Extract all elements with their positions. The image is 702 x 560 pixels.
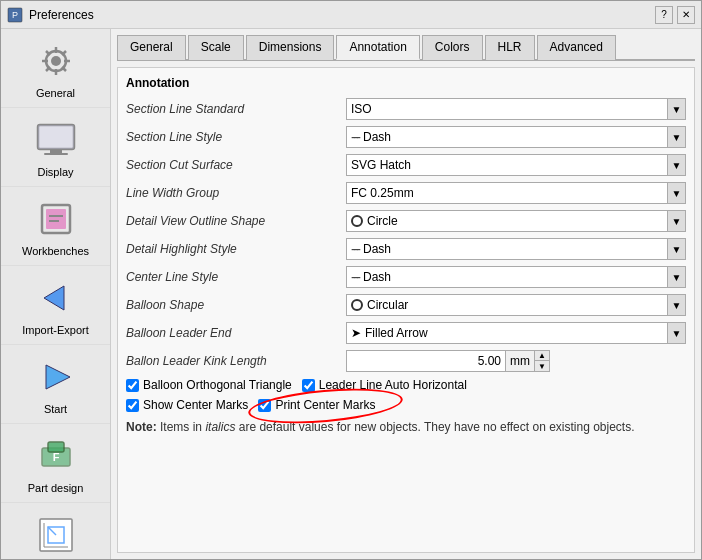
leader-line-auto-horizontal-checkbox[interactable] xyxy=(302,379,315,392)
note-area: Note: Items in italics are default value… xyxy=(126,420,686,434)
start-icon xyxy=(32,353,80,401)
dropdown-arrow-3: ▼ xyxy=(667,155,685,175)
sidebar-item-general[interactable]: General xyxy=(1,29,110,108)
tab-advanced[interactable]: Advanced xyxy=(537,35,616,60)
dash-icon-3: --- xyxy=(351,269,359,285)
general-icon xyxy=(32,37,80,85)
kink-length-spinbox: mm ▲ ▼ xyxy=(346,350,550,372)
tab-general[interactable]: General xyxy=(117,35,186,60)
detail-view-outline-shape-value: Circle xyxy=(351,214,681,228)
kink-length-increment[interactable]: ▲ xyxy=(535,351,549,361)
sidebar-item-part-design[interactable]: F Part design xyxy=(1,424,110,503)
tab-annotation[interactable]: Annotation xyxy=(336,35,419,60)
sidebar-item-start[interactable]: Start xyxy=(1,345,110,424)
detail-highlight-style-dropdown[interactable]: --- Dash ▼ xyxy=(346,238,686,260)
setting-row-detail-view-outline-shape: Detail View Outline Shape Circle ▼ xyxy=(126,210,686,232)
titlebar-left: P Preferences xyxy=(7,7,94,23)
line-width-group-dropdown[interactable]: FC 0.25mm ▼ xyxy=(346,182,686,204)
center-line-style-value: --- Dash xyxy=(351,269,681,285)
section-line-style-label: Section Line Style xyxy=(126,130,346,144)
tab-hlr[interactable]: HLR xyxy=(485,35,535,60)
section-cut-surface-dropdown[interactable]: SVG Hatch ▼ xyxy=(346,154,686,176)
sidebar-item-import-export[interactable]: Import-Export xyxy=(1,266,110,345)
checkbox-row-2: Show Center Marks Print Center Marks xyxy=(126,398,686,412)
section-line-standard-value: ISO xyxy=(351,102,681,116)
print-center-marks-label: Print Center Marks xyxy=(275,398,375,412)
main-panel: General Scale Dimensions Annotation Colo… xyxy=(111,29,701,559)
circle-icon-2 xyxy=(351,299,363,311)
center-line-style-label: Center Line Style xyxy=(126,270,346,284)
section-line-standard-control: ISO ▼ xyxy=(346,98,686,120)
circle-icon xyxy=(351,215,363,227)
section-line-standard-label: Section Line Standard xyxy=(126,102,346,116)
section-title: Annotation xyxy=(126,76,686,90)
dropdown-arrow-5: ▼ xyxy=(667,211,685,231)
part-design-label: Part design xyxy=(28,482,84,494)
dropdown-arrow-9: ▼ xyxy=(667,323,685,343)
leader-line-auto-horizontal-item: Leader Line Auto Horizontal xyxy=(302,378,467,392)
balloon-leader-end-control: ➤ Filled Arrow ▼ xyxy=(346,322,686,344)
dropdown-arrow-2: ▼ xyxy=(667,127,685,147)
balloon-leader-kink-length-label: Ballon Leader Kink Length xyxy=(126,354,346,368)
content-area: General Display xyxy=(1,29,701,559)
kink-length-input[interactable] xyxy=(347,351,505,371)
kink-length-unit: mm xyxy=(505,351,534,371)
detail-highlight-style-control: --- Dash ▼ xyxy=(346,238,686,260)
dropdown-arrow-8: ▼ xyxy=(667,295,685,315)
detail-view-outline-shape-control: Circle ▼ xyxy=(346,210,686,232)
svg-rect-18 xyxy=(49,215,63,217)
sidebar-item-workbenches[interactable]: Workbenches xyxy=(1,187,110,266)
sidebar: General Display xyxy=(1,29,111,559)
svg-point-11 xyxy=(51,56,61,66)
tab-scale[interactable]: Scale xyxy=(188,35,244,60)
detail-highlight-style-label: Detail Highlight Style xyxy=(126,242,346,256)
section-cut-surface-label: Section Cut Surface xyxy=(126,158,346,172)
svg-rect-15 xyxy=(44,153,68,155)
show-center-marks-label: Show Center Marks xyxy=(143,398,248,412)
titlebar: P Preferences ? ✕ xyxy=(1,1,701,29)
tab-colors[interactable]: Colors xyxy=(422,35,483,60)
note-text: Items in italics are default values for … xyxy=(160,420,635,434)
center-line-style-control: --- Dash ▼ xyxy=(346,266,686,288)
setting-row-center-line-style: Center Line Style --- Dash ▼ xyxy=(126,266,686,288)
balloon-shape-value: Circular xyxy=(351,298,681,312)
dash-icon: --- xyxy=(351,129,359,145)
center-line-style-dropdown[interactable]: --- Dash ▼ xyxy=(346,266,686,288)
section-line-standard-dropdown[interactable]: ISO ▼ xyxy=(346,98,686,120)
arrow-icon: ➤ xyxy=(351,326,361,340)
dropdown-arrow-6: ▼ xyxy=(667,239,685,259)
dropdown-arrow-4: ▼ xyxy=(667,183,685,203)
balloon-orthogonal-triangle-checkbox[interactable] xyxy=(126,379,139,392)
balloon-shape-dropdown[interactable]: Circular ▼ xyxy=(346,294,686,316)
setting-row-section-line-standard: Section Line Standard ISO ▼ xyxy=(126,98,686,120)
close-button[interactable]: ✕ xyxy=(677,6,695,24)
kink-length-spinbox-buttons: ▲ ▼ xyxy=(534,351,549,371)
show-center-marks-item: Show Center Marks xyxy=(126,398,248,412)
workbenches-icon xyxy=(32,195,80,243)
section-line-style-control: --- Dash ▼ xyxy=(346,126,686,148)
sidebar-item-techdraw[interactable]: TechDraw xyxy=(1,503,110,559)
print-center-marks-checkbox[interactable] xyxy=(258,399,271,412)
kink-length-decrement[interactable]: ▼ xyxy=(535,361,549,371)
note-label: Note: xyxy=(126,420,157,434)
section-line-style-dropdown[interactable]: --- Dash ▼ xyxy=(346,126,686,148)
start-label: Start xyxy=(44,403,67,415)
leader-line-auto-horizontal-label: Leader Line Auto Horizontal xyxy=(319,378,467,392)
svg-text:P: P xyxy=(12,10,18,20)
help-button[interactable]: ? xyxy=(655,6,673,24)
balloon-shape-control: Circular ▼ xyxy=(346,294,686,316)
sidebar-item-display[interactable]: Display xyxy=(1,108,110,187)
titlebar-controls: ? ✕ xyxy=(655,6,695,24)
show-center-marks-checkbox[interactable] xyxy=(126,399,139,412)
setting-row-detail-highlight-style: Detail Highlight Style --- Dash ▼ xyxy=(126,238,686,260)
detail-view-outline-shape-dropdown[interactable]: Circle ▼ xyxy=(346,210,686,232)
line-width-group-value: FC 0.25mm xyxy=(351,186,681,200)
balloon-leader-end-value: ➤ Filled Arrow xyxy=(351,326,681,340)
detail-view-outline-shape-label: Detail View Outline Shape xyxy=(126,214,346,228)
section-cut-surface-control: SVG Hatch ▼ xyxy=(346,154,686,176)
line-width-group-label: Line Width Group xyxy=(126,186,346,200)
balloon-leader-end-dropdown[interactable]: ➤ Filled Arrow ▼ xyxy=(346,322,686,344)
import-export-label: Import-Export xyxy=(22,324,89,336)
setting-row-line-width-group: Line Width Group FC 0.25mm ▼ xyxy=(126,182,686,204)
tab-dimensions[interactable]: Dimensions xyxy=(246,35,335,60)
